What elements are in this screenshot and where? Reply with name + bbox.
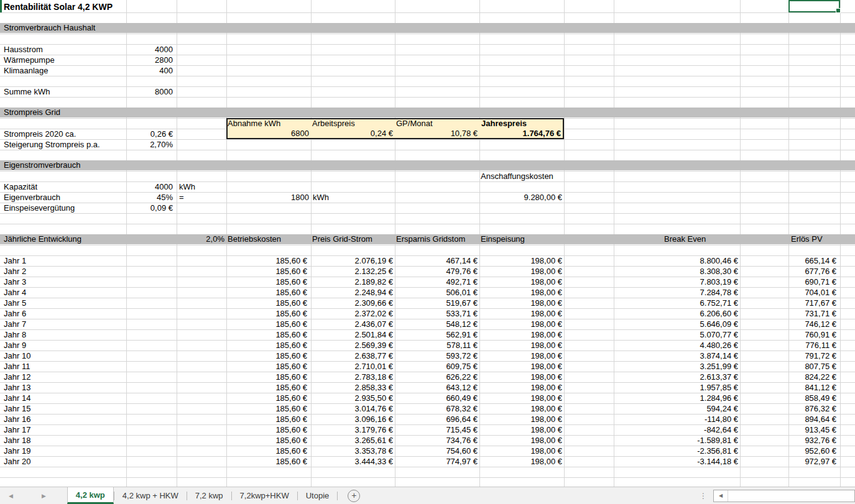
- table-cell-ersparnis[interactable]: 562,91 €: [395, 329, 479, 340]
- table-cell-erloes[interactable]: 841,12 €: [788, 382, 838, 393]
- table-cell-jahr[interactable]: Jahr 1: [2, 255, 120, 266]
- table-cell-einspeisung[interactable]: 198,00 €: [479, 403, 564, 414]
- table-cell-preis-grid[interactable]: 3.014,76 €: [311, 403, 395, 414]
- table-cell-jahr[interactable]: Jahr 16: [2, 414, 120, 424]
- tariff-header-jahrespreis[interactable]: Jahrespreis: [479, 118, 529, 129]
- table-cell-break-even[interactable]: 594,24 €: [614, 403, 740, 414]
- table-cell-erloes[interactable]: 760,91 €: [788, 329, 838, 340]
- table-cell-betriebskosten[interactable]: 185,60 €: [226, 351, 309, 361]
- table-cell-betriebskosten[interactable]: 185,60 €: [226, 435, 309, 446]
- table-cell-preis-grid[interactable]: 2.076,19 €: [311, 255, 395, 266]
- sheet-tab-4-2-kwp[interactable]: 4,2 kwp: [67, 487, 114, 504]
- sum-value-cell[interactable]: 8000: [126, 86, 175, 97]
- table-cell-preis-grid[interactable]: 3.179,76 €: [311, 424, 395, 435]
- scrollbar-thumb[interactable]: [728, 490, 854, 502]
- table-cell-betriebskosten[interactable]: 185,60 €: [226, 361, 309, 372]
- table-cell-erloes[interactable]: 807,75 €: [788, 361, 838, 372]
- table-cell-preis-grid[interactable]: 2.501,84 €: [311, 329, 395, 340]
- table-cell-betriebskosten[interactable]: 185,60 €: [226, 340, 309, 351]
- table-cell-jahr[interactable]: Jahr 19: [2, 446, 120, 456]
- table-cell-betriebskosten[interactable]: 185,60 €: [226, 287, 309, 298]
- table-cell-jahr[interactable]: Jahr 4: [2, 287, 120, 298]
- table-cell-preis-grid[interactable]: 3.444,33 €: [311, 456, 395, 467]
- label-cell[interactable]: Einspeisevergütung: [2, 203, 76, 213]
- label-cell[interactable]: Hausstrom: [2, 44, 45, 55]
- table-cell-break-even[interactable]: 1.284,96 €: [614, 393, 740, 403]
- table-cell-einspeisung[interactable]: 198,00 €: [479, 266, 564, 277]
- table-cell-ersparnis[interactable]: 715,45 €: [395, 424, 479, 435]
- table-cell-einspeisung[interactable]: 198,00 €: [479, 298, 564, 308]
- table-cell-erloes[interactable]: 791,72 €: [788, 351, 838, 361]
- table-cell-jahr[interactable]: Jahr 14: [2, 393, 120, 403]
- table-cell-erloes[interactable]: 876,32 €: [788, 403, 838, 414]
- table-cell-ersparnis[interactable]: 578,11 €: [395, 340, 479, 351]
- table-cell-jahr[interactable]: Jahr 9: [2, 340, 120, 351]
- table-cell-erloes[interactable]: 894,64 €: [788, 414, 838, 424]
- table-cell-ersparnis[interactable]: 467,14 €: [395, 255, 479, 266]
- table-cell-einspeisung[interactable]: 198,00 €: [479, 319, 564, 329]
- table-cell-jahr[interactable]: Jahr 7: [2, 319, 120, 329]
- table-cell-break-even[interactable]: -2.356,81 €: [614, 446, 740, 456]
- table-cell-erloes[interactable]: 704,01 €: [788, 287, 838, 298]
- table-cell-ersparnis[interactable]: 734,76 €: [395, 435, 479, 446]
- fill-handle[interactable]: [836, 8, 841, 13]
- table-cell-break-even[interactable]: 8.800,46 €: [614, 255, 740, 266]
- table-cell-jahr[interactable]: Jahr 12: [2, 372, 120, 382]
- table-cell-erloes[interactable]: 913,45 €: [788, 424, 838, 435]
- table-cell-preis-grid[interactable]: 2.935,50 €: [311, 393, 395, 403]
- table-cell-preis-grid[interactable]: 2.189,82 €: [311, 277, 395, 287]
- tariff-header-abnahme[interactable]: Abnahme kWh: [226, 118, 282, 129]
- table-cell-ersparnis[interactable]: 593,72 €: [395, 351, 479, 361]
- table-cell-erloes[interactable]: 972,97 €: [788, 456, 838, 467]
- tab-nav-left-icon[interactable]: ◀: [5, 493, 17, 499]
- table-cell-ersparnis[interactable]: 548,12 €: [395, 319, 479, 329]
- equals-cell[interactable]: =: [177, 192, 186, 203]
- table-cell-jahr[interactable]: Jahr 8: [2, 329, 120, 340]
- table-cell-betriebskosten[interactable]: 185,60 €: [226, 255, 309, 266]
- table-cell-erloes[interactable]: 746,12 €: [788, 319, 838, 329]
- table-cell-betriebskosten[interactable]: 185,60 €: [226, 266, 309, 277]
- table-cell-preis-grid[interactable]: 2.372,02 €: [311, 308, 395, 319]
- value-cell[interactable]: 2,70%: [126, 139, 175, 150]
- table-cell-preis-grid[interactable]: 2.569,39 €: [311, 340, 395, 351]
- tab-nav-right-icon[interactable]: ▶: [38, 493, 50, 499]
- spreadsheet-grid[interactable]: Stromverbrauch Haushalt Strompreis Grid …: [0, 0, 855, 487]
- sheet-tab-4-2-kwp-hkw[interactable]: 4,2 kwp + HKW: [114, 487, 187, 504]
- value-cell[interactable]: 0,09 €: [126, 203, 175, 213]
- section-band-development[interactable]: Jährliche Entwicklung 2,0% Betriebskoste…: [0, 234, 855, 244]
- scroll-left-icon[interactable]: ◀: [714, 490, 728, 502]
- table-cell-ersparnis[interactable]: 533,71 €: [395, 308, 479, 319]
- table-cell-preis-grid[interactable]: 2.132,25 €: [311, 266, 395, 277]
- label-cell[interactable]: Wärmepumpe: [2, 55, 57, 65]
- sheet-title-cell[interactable]: Rentabilität Solar 4,2 KWP: [4, 1, 113, 12]
- table-cell-break-even[interactable]: 3.874,14 €: [614, 351, 740, 361]
- table-cell-break-even[interactable]: 7.803,19 €: [614, 277, 740, 287]
- table-cell-ersparnis[interactable]: 506,01 €: [395, 287, 479, 298]
- table-cell-betriebskosten[interactable]: 185,60 €: [226, 393, 309, 403]
- table-cell-break-even[interactable]: 4.480,26 €: [614, 340, 740, 351]
- table-cell-jahr[interactable]: Jahr 2: [2, 266, 120, 277]
- table-cell-einspeisung[interactable]: 198,00 €: [479, 446, 564, 456]
- value-cell[interactable]: 0,26 €: [126, 129, 175, 139]
- table-cell-einspeisung[interactable]: 198,00 €: [479, 308, 564, 319]
- table-cell-preis-grid[interactable]: 2.638,77 €: [311, 351, 395, 361]
- value-cell[interactable]: 4000: [126, 44, 175, 55]
- table-cell-ersparnis[interactable]: 696,64 €: [395, 414, 479, 424]
- table-cell-einspeisung[interactable]: 198,00 €: [479, 340, 564, 351]
- table-cell-einspeisung[interactable]: 198,00 €: [479, 435, 564, 446]
- acquisition-label-cell[interactable]: Anschaffungskosten: [479, 171, 555, 181]
- table-cell-preis-grid[interactable]: 2.309,66 €: [311, 298, 395, 308]
- table-cell-erloes[interactable]: 952,60 €: [788, 446, 838, 456]
- table-cell-einspeisung[interactable]: 198,00 €: [479, 382, 564, 393]
- table-cell-ersparnis[interactable]: 492,71 €: [395, 277, 479, 287]
- table-cell-einspeisung[interactable]: 198,00 €: [479, 277, 564, 287]
- table-cell-break-even[interactable]: 6.752,71 €: [614, 298, 740, 308]
- table-cell-ersparnis[interactable]: 519,67 €: [395, 298, 479, 308]
- table-cell-jahr[interactable]: Jahr 5: [2, 298, 120, 308]
- table-cell-einspeisung[interactable]: 198,00 €: [479, 393, 564, 403]
- table-cell-jahr[interactable]: Jahr 20: [2, 456, 120, 467]
- table-cell-break-even[interactable]: 5.646,09 €: [614, 319, 740, 329]
- table-cell-betriebskosten[interactable]: 185,60 €: [226, 277, 309, 287]
- table-cell-erloes[interactable]: 731,71 €: [788, 308, 838, 319]
- add-sheet-icon[interactable]: +: [348, 490, 360, 502]
